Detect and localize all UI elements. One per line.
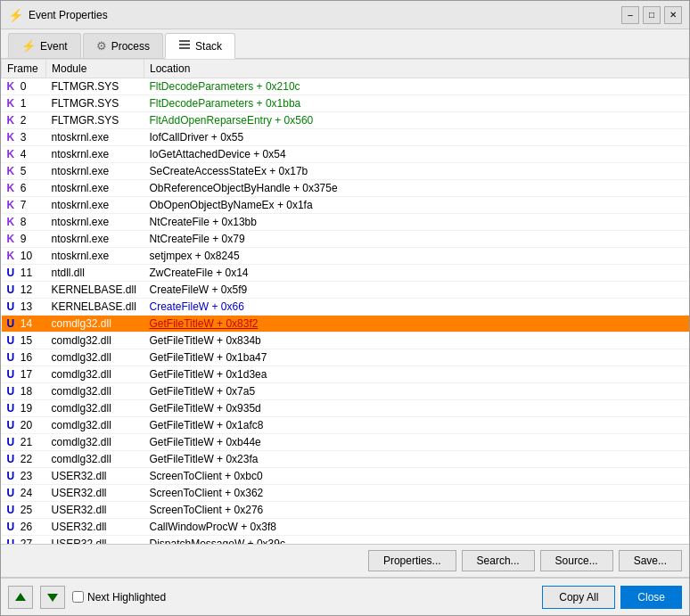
action-button-bar: Properties... Search... Source... Save..… [1, 545, 689, 578]
next-highlighted-label[interactable]: Next Highlighted [72, 591, 166, 604]
location-text: CreateFileW + 0x66 [150, 300, 244, 313]
table-row[interactable]: K 9 ntoskrnl.exe NtCreateFile + 0x79 [2, 231, 689, 248]
cell-location: GetFileTitleW + 0x83f2 [144, 316, 689, 333]
table-row[interactable]: U 27 USER32.dll DispatchMessageW + 0x39c [2, 536, 689, 546]
table-row[interactable]: U 20 comdlg32.dll GetFileTitleW + 0x1afc… [2, 417, 689, 434]
cell-location: GetFileTitleW + 0x834b [144, 333, 689, 349]
cell-location: FltAddOpenReparseEntry + 0x560 [144, 112, 689, 129]
search-button[interactable]: Search... [462, 550, 535, 571]
frame-mode: U [7, 402, 15, 415]
location-text: ZwCreateFile + 0x14 [150, 267, 249, 279]
cell-module: ntoskrnl.exe [46, 214, 144, 231]
frame-mode: K [7, 233, 15, 245]
cell-frame: U 22 [2, 451, 46, 468]
table-row[interactable]: K 3 ntoskrnl.exe IofCallDriver + 0x55 [2, 129, 689, 146]
table-row[interactable]: K 6 ntoskrnl.exe ObReferenceObjectByHand… [2, 180, 689, 197]
cell-module: ntoskrnl.exe [46, 180, 144, 197]
close-button[interactable]: Close [620, 586, 682, 609]
table-row[interactable]: U 22 comdlg32.dll GetFileTitleW + 0x23fa [2, 451, 689, 468]
location-text: IoGetAttachedDevice + 0x54 [150, 148, 286, 160]
table-row[interactable]: U 15 comdlg32.dll GetFileTitleW + 0x834b [2, 333, 689, 349]
cell-module: ntdll.dll [46, 265, 144, 282]
tab-process[interactable]: ⚙ Process [83, 33, 163, 58]
table-row[interactable]: K 0 FLTMGR.SYS FltDecodeParameters + 0x2… [2, 78, 689, 95]
event-tab-icon: ⚡ [21, 39, 36, 53]
title-controls: – □ ✕ [621, 6, 682, 24]
location-text: GetFileTitleW + 0xb44e [150, 436, 261, 448]
svg-marker-3 [15, 593, 26, 601]
table-row[interactable]: K 10 ntoskrnl.exe setjmpex + 0x8245 [2, 248, 689, 265]
frame-mode: U [7, 504, 15, 516]
minimize-button[interactable]: – [621, 6, 639, 24]
cell-module: KERNELBASE.dll [46, 282, 144, 299]
cell-module: ntoskrnl.exe [46, 163, 144, 180]
cell-location: GetFileTitleW + 0x23fa [144, 451, 689, 468]
frame-mode: K [7, 199, 15, 211]
col-header-frame: Frame [2, 60, 46, 78]
stack-table-container[interactable]: Frame Module Location K 0 FLTMGR.SYS Flt… [1, 59, 689, 545]
table-row[interactable]: U 12 KERNELBASE.dll CreateFileW + 0x5f9 [2, 282, 689, 299]
table-row[interactable]: K 5 ntoskrnl.exe SeCreateAccessStateEx +… [2, 163, 689, 180]
frame-mode: U [7, 419, 15, 431]
table-row[interactable]: U 24 USER32.dll ScreenToClient + 0x362 [2, 485, 689, 502]
location-text: GetFileTitleW + 0x23fa [150, 453, 259, 465]
cell-frame: K 8 [2, 214, 46, 231]
location-text: IofCallDriver + 0x55 [150, 131, 244, 144]
frame-mode: U [7, 317, 15, 330]
next-highlighted-checkbox[interactable] [72, 591, 84, 603]
table-row[interactable]: K 1 FLTMGR.SYS FltDecodeParameters + 0x1… [2, 95, 689, 112]
table-row[interactable]: U 21 comdlg32.dll GetFileTitleW + 0xb44e [2, 434, 689, 451]
cell-module: comdlg32.dll [46, 316, 144, 333]
event-properties-window: ⚡ Event Properties – □ ✕ ⚡ Event ⚙ Proce… [0, 0, 690, 616]
cell-module: ntoskrnl.exe [46, 197, 144, 214]
table-row[interactable]: U 18 comdlg32.dll GetFileTitleW + 0x7a5 [2, 383, 689, 400]
cell-location: GetFileTitleW + 0x1d3ea [144, 366, 689, 383]
table-row[interactable]: U 19 comdlg32.dll GetFileTitleW + 0x935d [2, 400, 689, 417]
table-row[interactable]: K 7 ntoskrnl.exe ObOpenObjectByNameEx + … [2, 197, 689, 214]
frame-mode: K [7, 148, 15, 160]
table-row[interactable]: U 14 comdlg32.dll GetFileTitleW + 0x83f2 [2, 316, 689, 333]
table-row[interactable]: K 8 ntoskrnl.exe NtCreateFile + 0x13bb [2, 214, 689, 231]
frame-mode: K [7, 182, 15, 194]
stack-table: Frame Module Location K 0 FLTMGR.SYS Flt… [1, 59, 689, 545]
tab-stack[interactable]: Stack [165, 33, 235, 59]
table-row[interactable]: U 17 comdlg32.dll GetFileTitleW + 0x1d3e… [2, 366, 689, 383]
table-row[interactable]: K 2 FLTMGR.SYS FltAddOpenReparseEntry + … [2, 112, 689, 129]
save-button[interactable]: Save... [619, 550, 682, 571]
bottom-right: Copy All Close [542, 586, 682, 609]
cell-module: FLTMGR.SYS [46, 112, 144, 129]
svg-rect-2 [179, 47, 190, 49]
frame-mode: K [7, 97, 15, 110]
window-close-button[interactable]: ✕ [664, 6, 682, 24]
cell-frame: U 17 [2, 366, 46, 383]
table-row[interactable]: K 4 ntoskrnl.exe IoGetAttachedDevice + 0… [2, 146, 689, 163]
tab-event[interactable]: ⚡ Event [8, 33, 81, 58]
tab-stack-label: Stack [195, 40, 222, 53]
cell-module: comdlg32.dll [46, 400, 144, 417]
table-row[interactable]: U 13 KERNELBASE.dll CreateFileW + 0x66 [2, 299, 689, 316]
copy-all-button[interactable]: Copy All [542, 586, 615, 609]
cell-location: GetFileTitleW + 0x1ba47 [144, 349, 689, 366]
properties-button[interactable]: Properties... [368, 550, 456, 571]
cell-location: ObOpenObjectByNameEx + 0x1fa [144, 197, 689, 214]
cell-frame: U 21 [2, 434, 46, 451]
location-text: DispatchMessageW + 0x39c [150, 538, 285, 545]
location-text: GetFileTitleW + 0x935d [150, 402, 261, 415]
cell-location: FltDecodeParameters + 0x210c [144, 78, 689, 95]
table-row[interactable]: U 25 USER32.dll ScreenToClient + 0x276 [2, 502, 689, 519]
nav-up-button[interactable] [8, 586, 33, 609]
table-row[interactable]: U 16 comdlg32.dll GetFileTitleW + 0x1ba4… [2, 349, 689, 366]
table-row[interactable]: U 23 USER32.dll ScreenToClient + 0xbc0 [2, 468, 689, 485]
source-button[interactable]: Source... [540, 550, 613, 571]
frame-mode: U [7, 267, 15, 279]
table-row[interactable]: U 11 ntdll.dll ZwCreateFile + 0x14 [2, 265, 689, 282]
nav-down-button[interactable] [40, 586, 65, 609]
maximize-button[interactable]: □ [643, 6, 661, 24]
cell-location: NtCreateFile + 0x79 [144, 231, 689, 248]
cell-module: USER32.dll [46, 468, 144, 485]
cell-frame: U 13 [2, 299, 46, 316]
cell-location: ObReferenceObjectByHandle + 0x375e [144, 180, 689, 197]
table-row[interactable]: U 26 USER32.dll CallWindowProcW + 0x3f8 [2, 519, 689, 536]
cell-module: ntoskrnl.exe [46, 146, 144, 163]
frame-mode: K [7, 165, 15, 177]
